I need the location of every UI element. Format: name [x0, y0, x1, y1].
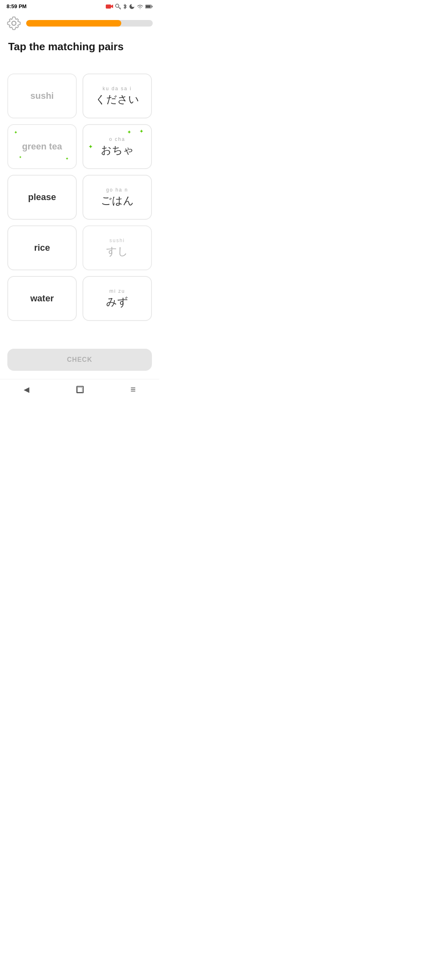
star-icon-2: ✦	[14, 130, 18, 135]
card-greentea-en-text: green tea	[22, 141, 62, 152]
card-ocha-japanese: おちゃ	[101, 143, 134, 157]
card-please-en-text: please	[28, 192, 56, 203]
card-sushi-en-text: sushi	[30, 91, 53, 101]
star-icon-5: ✦	[139, 128, 144, 134]
card-ocha[interactable]: ✦ ✦ ✦ o cha おちゃ	[82, 124, 152, 169]
instruction-text: Tap the matching pairs	[0, 32, 159, 57]
star-icon-4: ✦	[127, 129, 131, 135]
key-icon	[115, 4, 121, 9]
header-row	[0, 13, 159, 32]
card-mizu[interactable]: mi zu みず	[82, 276, 152, 321]
nav-back-icon[interactable]: ◀	[24, 385, 29, 394]
card-water-en-text: water	[30, 293, 53, 304]
progress-bar-fill	[26, 20, 121, 27]
card-water-en[interactable]: water	[7, 276, 77, 321]
check-button-container: CHECK	[0, 345, 159, 379]
svg-point-2	[116, 4, 119, 7]
card-kudasai-romaji: ku da sa i	[102, 86, 131, 91]
status-bar: 8:59 PM	[0, 0, 159, 13]
star-icon-3: ✦	[19, 155, 22, 159]
star-icon-6: ✦	[88, 143, 93, 150]
card-sushi-jp[interactable]: sushi すし	[82, 225, 152, 270]
card-mizu-japanese: みず	[106, 295, 128, 309]
card-kudasai[interactable]: ku da sa i ください	[82, 74, 152, 118]
moon-icon	[129, 4, 135, 9]
card-gohan-japanese: ごはん	[101, 194, 134, 208]
card-please-en[interactable]: please	[7, 175, 77, 220]
nav-menu-icon[interactable]: ≡	[131, 384, 136, 395]
star-icon-1: ✦	[65, 156, 69, 161]
card-rice-en-text: rice	[34, 243, 50, 253]
svg-rect-7	[146, 5, 151, 8]
svg-point-9	[12, 21, 16, 25]
card-greentea-en[interactable]: ✦ ✦ ✦ green tea	[7, 124, 77, 169]
svg-marker-1	[111, 4, 113, 8]
svg-rect-0	[106, 4, 111, 9]
check-button[interactable]: CHECK	[7, 349, 152, 371]
card-sushi-en[interactable]: sushi	[7, 74, 77, 118]
nav-home-icon[interactable]: □	[76, 386, 84, 393]
card-ocha-romaji: o cha	[109, 136, 125, 142]
card-sushi-jp-japanese: すし	[106, 244, 128, 258]
card-gohan[interactable]: go ha n ごはん	[82, 175, 152, 220]
gear-icon[interactable]	[7, 16, 21, 31]
card-rice-en[interactable]: rice	[7, 225, 77, 270]
status-time: 8:59 PM	[7, 3, 27, 9]
svg-rect-6	[152, 6, 153, 7]
card-kudasai-japanese: ください	[95, 92, 139, 107]
camera-icon	[106, 4, 113, 9]
wifi-icon	[137, 4, 143, 9]
progress-bar-container	[26, 20, 153, 27]
card-sushi-jp-romaji: sushi	[109, 238, 125, 243]
card-gohan-romaji: go ha n	[106, 187, 128, 193]
bluetooth-icon	[123, 4, 127, 9]
status-icons	[106, 4, 153, 9]
nav-bar: ◀ □ ≡	[0, 379, 159, 401]
battery-icon	[145, 4, 153, 9]
cards-grid: sushi ku da sa i ください ✦ ✦ ✦ green tea ✦ …	[0, 74, 159, 321]
card-mizu-romaji: mi zu	[109, 288, 125, 294]
